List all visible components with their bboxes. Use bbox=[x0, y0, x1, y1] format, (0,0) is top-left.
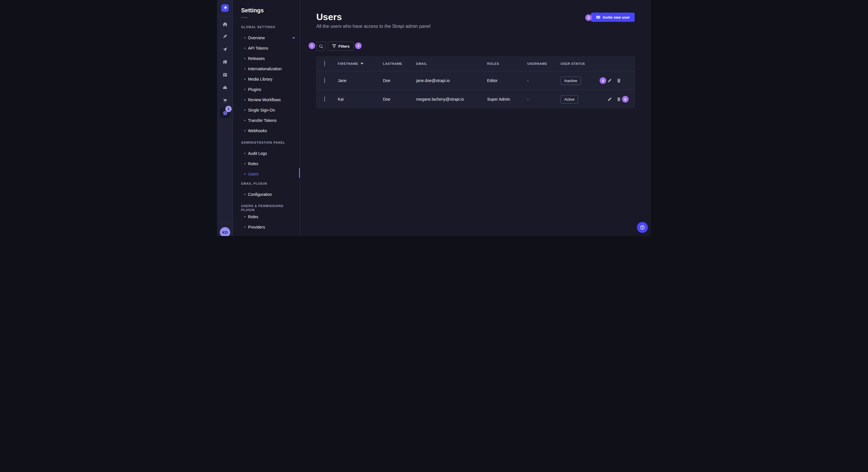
paper-plane-icon[interactable] bbox=[220, 44, 230, 55]
bullet-icon bbox=[244, 163, 245, 164]
cell-email: megane.lacheny@strapi.io bbox=[416, 97, 487, 102]
bullet-icon bbox=[244, 109, 245, 111]
cell-lastname: Doe bbox=[383, 78, 416, 83]
select-all-checkbox[interactable] bbox=[324, 61, 325, 66]
active-item-indicator bbox=[299, 168, 300, 178]
sidebar-item-review-workflows[interactable]: Review Workflows bbox=[241, 95, 294, 105]
status-badge: Inactive bbox=[561, 76, 581, 85]
invite-new-user-button[interactable]: Invite new user bbox=[591, 12, 634, 22]
layout-icon[interactable] bbox=[220, 70, 230, 80]
cart-icon[interactable] bbox=[220, 95, 230, 105]
help-button[interactable] bbox=[637, 222, 648, 233]
column-email: EMAIL bbox=[416, 62, 487, 65]
sidebar-item-webhooks[interactable]: Webhooks bbox=[241, 126, 294, 136]
users-table: FIRSTNAME LASTNAME EMAIL ROLES USERNAME … bbox=[316, 56, 635, 108]
bullet-icon bbox=[244, 68, 245, 69]
table-header-row: FIRSTNAME LASTNAME EMAIL ROLES USERNAME … bbox=[316, 56, 635, 71]
bullet-icon bbox=[244, 227, 245, 228]
cell-lastname: Doe bbox=[383, 97, 416, 102]
bullet-icon bbox=[244, 194, 245, 195]
annotation-badge-3: 3 bbox=[585, 14, 592, 21]
bullet-icon bbox=[244, 99, 245, 100]
cell-email: jane.doe@strapi.io bbox=[416, 78, 487, 83]
bullet-icon bbox=[244, 37, 245, 38]
section-administration-panel: ADMINISTRATION PANEL bbox=[241, 140, 294, 144]
sidebar-item-internationalization[interactable]: Internationalization bbox=[241, 64, 294, 74]
question-icon bbox=[639, 224, 646, 231]
delete-icon[interactable] bbox=[616, 97, 621, 102]
sidebar-item-single-sign-on[interactable]: Single Sign-On bbox=[241, 105, 294, 115]
subnav-title: Settings bbox=[241, 7, 294, 14]
main-content: Users All the users who have access to t… bbox=[300, 0, 651, 236]
table-row: Jane Doe jane.doe@strapi.io Editor - Ina… bbox=[316, 71, 635, 90]
edit-icon[interactable] bbox=[607, 97, 612, 102]
sidebar-item-users[interactable]: Users bbox=[241, 169, 294, 179]
sort-desc-icon[interactable] bbox=[361, 63, 363, 65]
email-plugin-list: Configuration bbox=[241, 189, 294, 200]
annotation-badge-2: 2 bbox=[355, 42, 362, 49]
page-title: Users bbox=[316, 11, 342, 22]
strapi-admin-app: 1 KD Settings GLOBAL SETTINGS Overview A… bbox=[217, 0, 651, 236]
bullet-icon bbox=[244, 78, 245, 80]
overview-notification-dot bbox=[293, 37, 294, 39]
global-settings-list: Overview API Tokens Releases Internation… bbox=[241, 33, 294, 136]
feather-icon[interactable] bbox=[220, 32, 230, 42]
annotation-badge-5: 5 bbox=[622, 96, 629, 103]
sidebar-item-up-roles[interactable]: Roles bbox=[241, 212, 294, 222]
bullet-icon bbox=[244, 58, 245, 59]
sidebar-item-transfer-tokens[interactable]: Transfer Tokens bbox=[241, 115, 294, 126]
bullet-icon bbox=[244, 47, 245, 49]
page-subtitle: All the users who have access to the Str… bbox=[316, 24, 431, 29]
search-button[interactable] bbox=[316, 42, 326, 51]
strapi-logo-glyph bbox=[222, 5, 228, 11]
strapi-logo[interactable] bbox=[221, 4, 229, 12]
bullet-icon bbox=[244, 173, 245, 175]
sidebar-item-configuration[interactable]: Configuration bbox=[241, 189, 294, 200]
bullet-icon bbox=[244, 130, 245, 131]
section-global-settings: GLOBAL SETTINGS bbox=[241, 25, 294, 29]
status-badge: Active bbox=[561, 95, 578, 103]
bullet-icon bbox=[244, 89, 245, 90]
cell-username: - bbox=[527, 97, 561, 102]
filter-icon bbox=[332, 44, 336, 48]
user-avatar[interactable]: KD bbox=[220, 227, 230, 236]
sidebar-item-plugins[interactable]: Plugins bbox=[241, 84, 294, 95]
bullet-icon bbox=[244, 120, 245, 121]
column-username: USERNAME bbox=[527, 62, 561, 65]
cloud-icon[interactable] bbox=[220, 82, 230, 93]
column-firstname: FIRSTNAME bbox=[338, 62, 383, 65]
row-checkbox[interactable] bbox=[324, 78, 325, 83]
administration-panel-list: Audit Logs Roles Users bbox=[241, 148, 294, 179]
sidebar-item-api-tokens[interactable]: API Tokens bbox=[241, 43, 294, 53]
annotation-badge-4: 4 bbox=[600, 77, 606, 84]
cell-roles: Editor bbox=[487, 78, 527, 83]
annotation-badge-1: 1 bbox=[309, 42, 315, 49]
media-library-icon[interactable] bbox=[220, 57, 230, 67]
users-permissions-list: Roles Providers bbox=[241, 212, 294, 232]
sidebar-item-admin-roles[interactable]: Roles bbox=[241, 159, 294, 169]
sidebar-item-releases[interactable]: Releases bbox=[241, 53, 294, 64]
bullet-icon bbox=[244, 216, 245, 217]
section-email-plugin: EMAIL PLUGIN bbox=[241, 181, 294, 186]
sidebar-item-audit-logs[interactable]: Audit Logs bbox=[241, 148, 294, 159]
filters-button[interactable]: Filters bbox=[328, 42, 354, 51]
cell-roles: Super Admin bbox=[487, 97, 527, 102]
cell-firstname: Jane bbox=[338, 78, 383, 83]
sidebar-item-providers[interactable]: Providers bbox=[241, 222, 294, 232]
cell-firstname: Kai bbox=[338, 97, 383, 102]
delete-icon[interactable] bbox=[616, 78, 621, 83]
envelope-icon bbox=[596, 15, 600, 20]
cell-username: - bbox=[527, 78, 561, 83]
row-checkbox[interactable] bbox=[324, 96, 325, 102]
section-users-permissions-plugin: USERS & PERMISSIONS PLUGIN bbox=[241, 204, 294, 208]
bullet-icon bbox=[244, 153, 245, 154]
edit-icon[interactable] bbox=[607, 78, 612, 83]
sidebar-item-media-library[interactable]: Media Library bbox=[241, 74, 294, 84]
sidebar-item-overview[interactable]: Overview bbox=[241, 33, 294, 43]
icon-rail: 1 KD bbox=[217, 0, 233, 236]
settings-notification-badge: 1 bbox=[225, 106, 231, 112]
subnav-title-rule bbox=[241, 17, 248, 18]
settings-subnav: Settings GLOBAL SETTINGS Overview API To… bbox=[233, 0, 300, 236]
table-row: Kai Doe megane.lacheny@strapi.io Super A… bbox=[316, 90, 635, 108]
home-icon[interactable] bbox=[220, 19, 230, 29]
